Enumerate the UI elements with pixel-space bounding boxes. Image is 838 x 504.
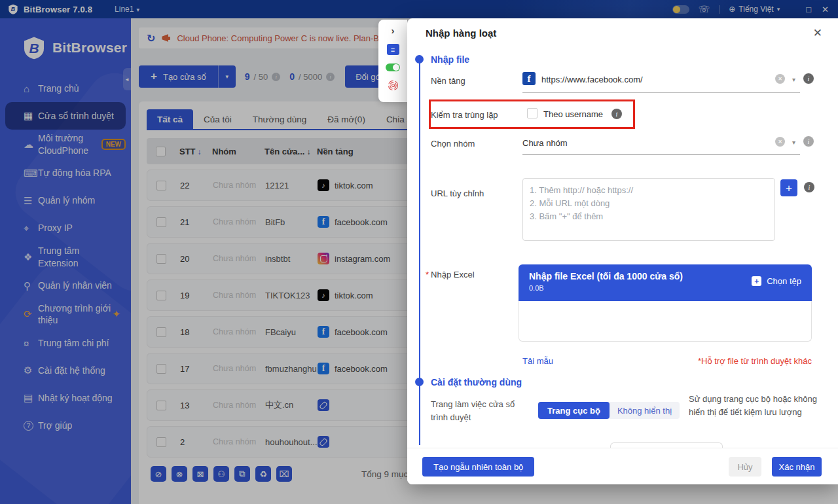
section-import-title: Nhập file: [431, 54, 469, 65]
excel-import-label: Nhập Excel: [431, 270, 474, 279]
modal-title: Nhập hàng loạt: [426, 27, 496, 39]
section-dot: [415, 378, 424, 386]
excel-upload-box: Nhập file Excel (tối đa 1000 cửa sổ) 0.0…: [519, 264, 812, 342]
add-url-button[interactable]: +: [780, 179, 797, 196]
caret-down-icon[interactable]: ▾: [792, 139, 795, 146]
group-select-label: Chọn nhóm: [431, 139, 475, 149]
platform-field-underline: [522, 92, 800, 93]
group-field-underline: [522, 154, 800, 155]
workpage-label: Trang làm việc cửa sổ trình duyệt: [431, 398, 524, 423]
group-select-value[interactable]: Chưa nhóm: [522, 138, 568, 148]
excel-upload-header: Nhập file Excel (tối đa 1000 cửa sổ) 0.0…: [519, 264, 812, 301]
username-checkbox[interactable]: [527, 108, 537, 118]
randomize-all-button[interactable]: Tạo ngẫu nhiên toàn bộ: [422, 457, 534, 477]
clear-icon[interactable]: ✕: [775, 137, 785, 147]
fingerprint-icon[interactable]: [388, 80, 399, 91]
timeline-line: [419, 62, 420, 445]
modal-footer: Tạo ngẫu nhiên toàn bộ Hủy Xác nhận: [407, 448, 838, 484]
workpage-segmented-control: Trang cục bộ Không hiển thị: [538, 402, 680, 419]
chevron-right-icon[interactable]: ›: [392, 26, 395, 35]
side-tool-strip: › ≡: [378, 20, 407, 102]
caret-down-icon[interactable]: ▾: [792, 76, 795, 83]
plus-icon: +: [752, 276, 761, 286]
clear-icon[interactable]: ✕: [775, 74, 785, 84]
confirm-button[interactable]: Xác nhận: [772, 457, 822, 477]
section-settings-title: Cài đặt thường dùng: [431, 377, 522, 387]
download-template-link[interactable]: Tải mẫu: [522, 356, 553, 366]
control-panel-icon[interactable]: ≡: [387, 44, 399, 55]
close-modal-icon[interactable]: ✕: [813, 26, 822, 40]
duplicate-check-label: Kiểm tra trùng lặp: [431, 110, 498, 120]
batch-import-modal: Nhập hàng loạt ✕ Nhập file Nền tảng f ht…: [407, 18, 838, 484]
custom-url-label: URL tùy chỉnh: [431, 189, 484, 198]
custom-url-textarea[interactable]: [522, 178, 775, 241]
info-icon[interactable]: i: [803, 73, 814, 84]
info-icon[interactable]: i: [804, 182, 814, 192]
segment-hide[interactable]: Không hiển thị: [610, 402, 680, 419]
facebook-icon: f: [522, 72, 536, 85]
username-option-label: Theo username: [543, 109, 603, 119]
section-dot: [415, 55, 424, 63]
excel-drop-area[interactable]: [519, 301, 812, 342]
green-toggle[interactable]: [386, 63, 400, 71]
info-icon[interactable]: i: [803, 136, 814, 147]
choose-file-button[interactable]: + Chọn tệp: [752, 276, 801, 286]
segment-local-page[interactable]: Trang cục bộ: [538, 402, 610, 419]
workpage-hint: Sử dụng trang cục bộ hoặc không hiển thị…: [689, 393, 821, 419]
support-note: *Hỗ trợ file từ trình duyệt khác: [698, 356, 812, 366]
required-asterisk: *: [426, 270, 429, 279]
platform-value[interactable]: https://www.facebook.com/: [541, 75, 643, 84]
platform-label: Nền tảng: [431, 76, 465, 86]
bitbrowser-window: B BitBrowser 7.0.8 Line1▾ ☏ ⊕ Tiếng Việt…: [0, 0, 838, 504]
cancel-button[interactable]: Hủy: [729, 457, 761, 477]
info-icon[interactable]: i: [611, 109, 622, 119]
